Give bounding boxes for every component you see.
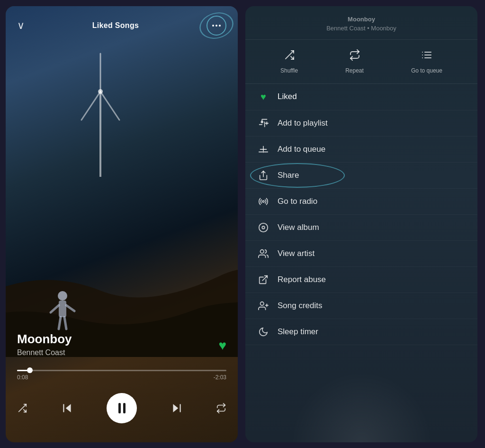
add-playlist-label: Add to playlist [278, 119, 328, 128]
svg-line-10 [64, 317, 66, 329]
menu-item-add-playlist[interactable]: Add to playlist [245, 110, 477, 137]
dot-3 [219, 25, 221, 27]
repeat-icon [349, 49, 360, 64]
playback-controls [17, 393, 226, 423]
svg-line-35 [262, 275, 267, 280]
artist-icon [257, 248, 270, 259]
share-icon [257, 170, 270, 181]
view-artist-label: View artist [278, 249, 314, 258]
next-button[interactable] [171, 402, 183, 414]
sleep-timer-label: Sleep timer [278, 327, 318, 337]
quick-actions-bar: Shuffle Repeat [245, 40, 477, 84]
menu-item-song-credits[interactable]: Song credits [245, 293, 477, 319]
repeat-quick-action[interactable]: Repeat [345, 49, 364, 74]
pause-bar-left [118, 403, 121, 413]
bottom-glow [290, 371, 432, 442]
song-info: Moonboy Bennett Coast [17, 332, 200, 357]
svg-marker-15 [173, 404, 178, 412]
turbine-decoration [98, 44, 145, 177]
pause-bar-right [123, 403, 126, 413]
progress-bar[interactable] [17, 370, 226, 371]
menu-item-view-artist[interactable]: View artist [245, 241, 477, 267]
queue-icon [421, 49, 432, 64]
svg-point-5 [58, 291, 67, 301]
svg-marker-13 [65, 404, 71, 412]
svg-line-9 [59, 317, 61, 329]
svg-line-8 [66, 305, 74, 311]
liked-heart-icon: ♥ [257, 91, 270, 102]
progress-thumb [27, 367, 33, 373]
report-abuse-label: Report abuse [278, 275, 326, 284]
svg-point-33 [262, 226, 265, 229]
menu-item-report-abuse[interactable]: Report abuse [245, 267, 477, 293]
player-top-bar: ∨ Liked Songs [6, 6, 238, 45]
svg-line-2 [81, 91, 100, 120]
menu-item-sleep-timer[interactable]: Sleep timer [245, 319, 477, 345]
svg-point-4 [98, 89, 103, 94]
svg-point-31 [262, 201, 264, 202]
previous-button[interactable] [61, 402, 73, 414]
song-credits-label: Song credits [278, 301, 323, 311]
menu-item-liked[interactable]: ♥ Liked [245, 84, 477, 110]
radio-icon [257, 196, 270, 207]
menu-header: Moonboy Bennett Coast • Moonboy [245, 6, 477, 40]
liked-label: Liked [278, 92, 297, 101]
like-button[interactable]: ♥ [218, 338, 226, 353]
report-icon [257, 274, 270, 285]
menu-subtitle: Bennett Coast • Moonboy [257, 25, 466, 32]
radio-label: Go to radio [278, 197, 317, 206]
share-label: Share [278, 171, 299, 180]
context-menu-panel: Moonboy Bennett Coast • Moonboy Shuffle [245, 6, 477, 442]
dot-2 [216, 25, 217, 27]
pause-button[interactable] [107, 393, 137, 423]
svg-point-32 [259, 223, 268, 231]
menu-items-list: ♥ Liked Add to playlist [245, 84, 477, 345]
shuffle-label: Shuffle [280, 67, 298, 74]
shuffle-icon [284, 49, 295, 64]
progress-section: 0:08 -2:03 [17, 370, 226, 381]
player-panel: ∨ Liked Songs Moonboy Bennett Coast ♥ [6, 6, 238, 442]
menu-item-radio[interactable]: Go to radio [245, 189, 477, 215]
menu-item-share[interactable]: Share [245, 163, 477, 189]
add-playlist-icon [257, 118, 270, 128]
song-artist: Bennett Coast [17, 348, 200, 357]
album-icon [257, 222, 270, 233]
svg-line-3 [100, 91, 119, 120]
repeat-label: Repeat [345, 67, 364, 74]
playlist-title: Liked Songs [92, 21, 139, 30]
svg-rect-0 [99, 91, 101, 177]
time-labels: 0:08 -2:03 [17, 374, 226, 381]
remaining-time: -2:03 [214, 374, 226, 381]
more-options-button[interactable] [207, 16, 226, 36]
dot-1 [212, 25, 214, 27]
menu-song-title: Moonboy [257, 16, 466, 23]
view-album-label: View album [278, 223, 319, 232]
menu-item-add-queue[interactable]: Add to queue [245, 137, 477, 163]
add-queue-label: Add to queue [278, 145, 325, 154]
svg-point-36 [260, 302, 264, 305]
go-to-queue-quick-action[interactable]: Go to queue [411, 49, 442, 74]
shuffle-quick-action[interactable]: Shuffle [280, 49, 298, 74]
current-time: 0:08 [17, 374, 28, 381]
credits-icon [257, 301, 270, 311]
sleep-timer-icon [257, 327, 270, 337]
song-title: Moonboy [17, 332, 200, 347]
shuffle-button[interactable] [17, 403, 27, 413]
svg-line-7 [51, 305, 59, 312]
menu-item-view-album[interactable]: View album [245, 215, 477, 241]
back-chevron-icon[interactable]: ∨ [17, 19, 25, 32]
svg-rect-6 [59, 301, 66, 317]
queue-label: Go to queue [411, 67, 442, 74]
repeat-button[interactable] [216, 403, 226, 413]
add-queue-icon [257, 144, 270, 155]
svg-point-34 [260, 249, 264, 253]
